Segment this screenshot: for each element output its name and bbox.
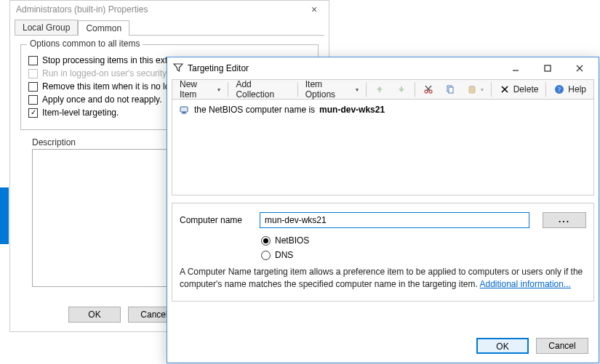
computer-name-label: Computer name xyxy=(180,215,252,225)
chevron-down-icon: ▾ xyxy=(356,86,359,93)
computer-icon xyxy=(178,104,190,116)
delete-label: Delete xyxy=(513,84,539,94)
titlebar: Targeting Editor xyxy=(167,57,599,79)
chk-run-in-user-context xyxy=(28,69,38,78)
rules-list[interactable]: the NetBIOS computer name is mun-dev-wks… xyxy=(172,100,594,195)
separator xyxy=(297,82,298,97)
tab-common[interactable]: Common xyxy=(78,20,129,36)
chevron-down-icon: ▾ xyxy=(481,86,484,93)
new-item-button[interactable]: New Item ▾ xyxy=(175,81,225,97)
delete-button[interactable]: Delete xyxy=(495,81,543,97)
browse-button[interactable]: ... xyxy=(543,212,586,228)
dialog-title: Targeting Editor xyxy=(188,63,500,73)
properties-ok-button[interactable]: OK xyxy=(68,307,121,323)
chk-stop-processing[interactable] xyxy=(28,56,38,65)
cancel-button[interactable]: Cancel xyxy=(536,338,588,354)
svg-rect-10 xyxy=(469,86,475,93)
scissors-icon xyxy=(423,84,434,95)
check-icon: ✓ xyxy=(31,109,36,116)
chevron-down-icon: ▾ xyxy=(217,86,220,93)
options-legend: Options common to all items xyxy=(27,39,143,49)
item-options-label: Item Options xyxy=(305,79,353,100)
svg-rect-16 xyxy=(180,107,188,112)
lbl-apply-once: Apply once and do not reapply. xyxy=(42,94,162,105)
radio-dns-label: DNS xyxy=(275,250,293,260)
ok-button[interactable]: OK xyxy=(476,338,529,354)
separator xyxy=(545,82,546,97)
paste-button[interactable]: ▾ xyxy=(462,81,488,97)
svg-text:?: ? xyxy=(558,86,561,93)
chk-item-level-targeting[interactable]: ✓ xyxy=(28,108,38,118)
computer-name-input[interactable] xyxy=(260,212,529,228)
radio-netbios-label: NetBIOS xyxy=(275,235,309,246)
chk-remove-when-not-applied[interactable] xyxy=(28,82,38,92)
svg-rect-11 xyxy=(471,86,473,87)
arrow-down-icon xyxy=(396,84,407,95)
tab-local-group[interactable]: Local Group xyxy=(15,20,78,35)
properties-close-button[interactable]: × xyxy=(304,1,324,18)
maximize-button[interactable] xyxy=(532,58,564,78)
rule-text-value: mun-dev-wks21 xyxy=(319,105,385,115)
svg-rect-18 xyxy=(182,113,187,114)
arrow-up-icon xyxy=(374,84,385,95)
help-icon: ? xyxy=(553,84,565,95)
lbl-item-level-targeting: Item-level targeting. xyxy=(42,108,119,118)
svg-rect-17 xyxy=(183,112,185,113)
new-item-label: New Item xyxy=(180,79,215,100)
item-options-button[interactable]: Item Options ▾ xyxy=(301,81,363,97)
svg-rect-9 xyxy=(449,87,453,93)
separator xyxy=(491,82,492,97)
tabs: Local GroupCommon xyxy=(15,20,324,36)
properties-title: Administrators (built-in) Properties xyxy=(10,1,329,18)
separator xyxy=(366,82,367,97)
separator xyxy=(415,82,415,97)
delete-icon xyxy=(499,84,511,95)
targeting-editor-dialog: Targeting Editor New Item ▾ Add Collecti… xyxy=(167,57,599,363)
rule-item[interactable]: the NetBIOS computer name is mun-dev-wks… xyxy=(178,104,588,116)
radio-dns[interactable] xyxy=(261,251,271,260)
additional-info-link[interactable]: Additional information... xyxy=(480,279,571,289)
rule-text-prefix: the NetBIOS computer name is xyxy=(194,105,315,115)
help-label: Help xyxy=(568,84,586,94)
toolbar: New Item ▾ Add Collection Item Options ▾ xyxy=(172,79,594,100)
move-up-button[interactable] xyxy=(369,81,390,97)
help-text: A Computer Name targeting item allows a … xyxy=(180,266,586,291)
side-accent xyxy=(0,187,9,244)
radio-netbios[interactable] xyxy=(261,236,271,246)
chk-apply-once[interactable] xyxy=(28,95,38,105)
separator xyxy=(228,82,228,97)
minimize-button[interactable] xyxy=(500,58,532,78)
add-collection-button[interactable]: Add Collection xyxy=(231,81,294,97)
svg-rect-1 xyxy=(545,65,551,71)
move-down-button[interactable] xyxy=(391,81,412,97)
copy-icon xyxy=(444,84,456,95)
details-panel: Computer name ... NetBIOS DNS A Computer… xyxy=(172,203,594,302)
copy-button[interactable] xyxy=(440,81,460,97)
close-button[interactable] xyxy=(564,58,596,78)
paste-icon xyxy=(466,84,478,95)
help-button[interactable]: ? Help xyxy=(549,81,591,97)
funnel-icon xyxy=(173,62,183,75)
cut-button[interactable] xyxy=(418,81,439,97)
add-collection-label: Add Collection xyxy=(236,79,289,100)
